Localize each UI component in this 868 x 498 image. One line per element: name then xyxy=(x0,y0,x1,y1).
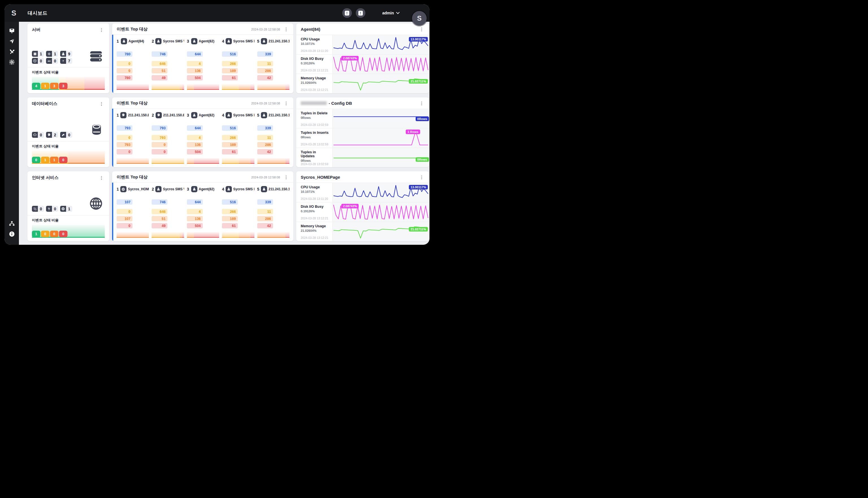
os-counter-row: hp0AIX0?7 xyxy=(32,58,72,64)
event-top-header: 이벤트 Top 대상2024-03-28 12:58:08⋮ xyxy=(112,24,293,35)
event-status-badges: 1000 xyxy=(32,231,67,237)
kebab-menu-button[interactable]: ⋮ xyxy=(419,101,425,106)
network-nodes-icon xyxy=(33,207,37,211)
event-top-item[interactable]: 2Sycros SMS W…7466465149 xyxy=(152,38,184,90)
event-stat-value: 516 xyxy=(222,51,238,57)
event-stat-row-red: 49 xyxy=(152,223,184,228)
user-menu[interactable]: admin xyxy=(382,11,399,15)
event-stat-value: 136 xyxy=(187,68,203,74)
event-stat-row-blue: 107 xyxy=(117,199,149,205)
event-item-stats: 51626618961 xyxy=(222,51,254,80)
sidebar-item-send[interactable] xyxy=(9,38,15,44)
event-top-item[interactable]: 2Sycros SMS W…7466465149 xyxy=(152,186,184,238)
ratio-bar-segment-orange xyxy=(68,151,105,164)
event-top-item[interactable]: 4Sycros SMS Ma…51626618961 xyxy=(222,38,254,90)
globe-icon xyxy=(121,187,125,191)
sidebar-item-sitemap[interactable] xyxy=(9,220,15,227)
event-top-item[interactable]: 5211.241.150.1…3391128642 xyxy=(257,112,289,164)
event-item-rank: 5 xyxy=(257,39,260,43)
event-stat-value: 49 xyxy=(152,75,168,80)
kebab-menu-button[interactable]: ⋮ xyxy=(98,27,105,32)
event-item-header: 3Agent(82) xyxy=(187,186,219,192)
metrics-card-header: - Config DB⋮ xyxy=(296,97,429,109)
ratio-bar-segment-red xyxy=(194,84,219,90)
ratio-bar-segment-red xyxy=(250,84,254,90)
event-item-distribution-bar xyxy=(152,158,184,164)
kebab-menu-button[interactable]: ⋮ xyxy=(419,174,425,180)
kebab-menu-button[interactable]: ⋮ xyxy=(98,101,105,106)
svg-text:hp: hp xyxy=(34,60,36,62)
event-top-item[interactable]: 4Sycros SMS Ma…51626618961 xyxy=(222,186,254,238)
event-top-item[interactable]: 2211.241.150.8…79379300 xyxy=(152,112,184,164)
event-stat-row-yellow: 0 xyxy=(117,135,149,140)
sidebar-item-monitor[interactable] xyxy=(9,27,15,34)
event-status-ratio-label: 이벤트 상태 비율 xyxy=(32,70,105,75)
event-stat-value: 0 xyxy=(117,223,132,228)
os-count-value: 0 xyxy=(38,58,44,64)
solaris-os-icon xyxy=(48,52,51,56)
event-stat-value: 0 xyxy=(152,149,168,154)
event-top-item[interactable]: 3Agent(82)6444136504 xyxy=(187,112,219,164)
event-stat-row-orange: 51 xyxy=(152,216,184,221)
event-stat-row-yellow: 266 xyxy=(222,135,254,140)
metric-info: CPU Usage10.1071%2024-03-28 13:11:20 xyxy=(296,35,332,54)
event-top-title: 이벤트 Top 대상 xyxy=(117,174,148,180)
metrics-card: Sycros_HOMEPage⋮CPU Usage10.1071%2024-03… xyxy=(296,171,429,241)
event-stat-value: 61 xyxy=(222,223,238,228)
ratio-bar-segment-yellow xyxy=(152,158,184,164)
event-top-item[interactable]: 3Agent(82)6444136504 xyxy=(187,186,219,238)
event-item-name: Sycros SMS Ma… xyxy=(233,187,254,191)
kebab-menu-button[interactable]: ⋮ xyxy=(283,101,289,106)
os-count-value: 1 xyxy=(66,206,72,212)
event-stat-value: 793 xyxy=(117,125,132,131)
event-stat-value: 11 xyxy=(257,61,273,66)
metric-row: Disk I/O Busy0.19126%2024-03-28 13:12:21… xyxy=(296,202,429,222)
event-top-item[interactable]: 1Agent(84)78000780 xyxy=(117,38,149,90)
event-top-item[interactable]: 1Sycros_HOME…10701070 xyxy=(117,186,149,238)
event-stat-row-blue: 516 xyxy=(222,199,254,205)
event-stat-value: 793 xyxy=(152,125,168,131)
event-top-item[interactable]: 3Agent(82)6444136504 xyxy=(187,38,219,90)
event-stat-row-orange: 107 xyxy=(117,216,149,221)
os-count-value: 0 xyxy=(66,132,72,138)
event-top-header-right: 2024-03-28 12:58:08⋮ xyxy=(251,174,289,180)
event-top-item[interactable]: 5211.241.150.1…3391128642 xyxy=(257,186,289,238)
event-item-rank: 1 xyxy=(117,187,119,192)
globe-big-icon xyxy=(89,196,103,211)
event-stat-row-red: 42 xyxy=(257,149,289,154)
event-item-distribution-bar xyxy=(117,84,149,90)
event-item-header: 1Sycros_HOME… xyxy=(117,186,149,192)
event-item-stats: 51626618961 xyxy=(222,199,254,228)
notification-button-1[interactable]: ! xyxy=(342,8,352,18)
dashboard-content: 서버⋮119hp0AIX0?7이벤트 상태 비율4133이벤트 Top 대상20… xyxy=(19,22,430,245)
event-top-item[interactable]: 4Sycros SMS Ma…51626618961 xyxy=(222,112,254,164)
kebab-menu-button[interactable]: ⋮ xyxy=(283,174,289,180)
ratio-bar-segment-orange xyxy=(239,232,250,238)
event-stat-value: 504 xyxy=(187,149,203,154)
linux-icon xyxy=(226,186,232,192)
database-icon xyxy=(90,122,103,136)
sidebar-item-tools[interactable] xyxy=(9,48,15,55)
event-top-item[interactable]: 1211.241.150.8…79307930 xyxy=(117,112,149,164)
ratio-bar-segment-yellow xyxy=(152,84,180,90)
kebab-menu-button[interactable]: ⋮ xyxy=(419,27,425,32)
sidebar-item-info[interactable] xyxy=(9,231,15,237)
kebab-menu-button[interactable]: ⋮ xyxy=(283,27,289,32)
metric-info: Memory Usage21.02604%2024-03-28 13:12:21 xyxy=(296,222,332,241)
usb-icon xyxy=(47,207,51,211)
sidebar-item-gear[interactable] xyxy=(9,59,15,65)
masked-host-name xyxy=(301,101,327,105)
event-top-item[interactable]: 5211.241.150.1…3391128642 xyxy=(257,38,289,90)
ratio-bar-segment-red xyxy=(84,77,105,90)
event-stat-row-red: 49 xyxy=(152,75,184,80)
kebab-menu-button[interactable]: ⋮ xyxy=(98,175,105,180)
event-item-rank: 5 xyxy=(257,113,260,117)
event-stat-value: 644 xyxy=(187,199,203,205)
notification-button-2[interactable]: ! xyxy=(356,8,365,18)
event-stat-value: 266 xyxy=(222,135,238,140)
status-badge-yellow: 1 xyxy=(41,83,49,89)
event-item-stats: 6444136504 xyxy=(187,125,219,154)
avatar[interactable]: S xyxy=(412,11,427,26)
metric-chart: 21.02711% xyxy=(332,74,429,93)
event-stat-value: 61 xyxy=(222,149,238,154)
